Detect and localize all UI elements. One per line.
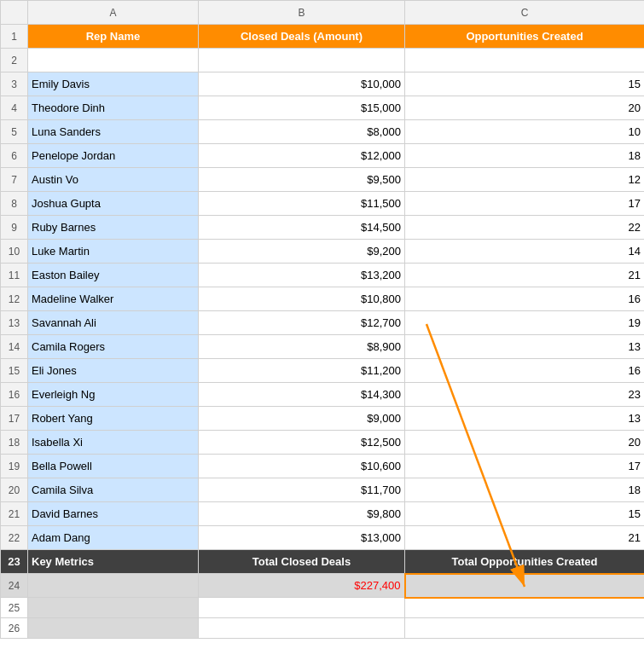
opps-cell: 21 bbox=[405, 526, 645, 550]
amount-cell: $14,500 bbox=[199, 216, 405, 240]
row-6-num: 6 bbox=[1, 144, 28, 168]
table-row: 22 Adam Dang $13,000 21 bbox=[1, 526, 645, 550]
col-b-header: B bbox=[199, 1, 405, 25]
row-25: 25 bbox=[1, 598, 645, 618]
opps-cell: 17 bbox=[405, 192, 645, 216]
main-table: A B C 1 Rep Name Closed Deals (Amount) O… bbox=[0, 0, 644, 639]
table-row: 12 Madeline Walker $10,800 16 bbox=[1, 287, 645, 311]
opps-cell: 12 bbox=[405, 168, 645, 192]
rep-name-cell: Savannah Ali bbox=[28, 311, 199, 335]
row-15-num: 15 bbox=[1, 359, 28, 383]
row-2-num: 2 bbox=[1, 49, 28, 72]
row-26-a bbox=[28, 618, 199, 639]
amount-cell: $9,800 bbox=[199, 502, 405, 526]
amount-cell: $9,000 bbox=[199, 407, 405, 431]
amount-cell: $11,500 bbox=[199, 192, 405, 216]
opps-cell: 17 bbox=[405, 455, 645, 478]
opps-cell: 20 bbox=[405, 96, 645, 120]
opps-cell: 18 bbox=[405, 144, 645, 168]
table-row: 10 Luke Martin $9,200 14 bbox=[1, 240, 645, 264]
table-row: 11 Easton Bailey $13,200 21 bbox=[1, 264, 645, 287]
table-row: 9 Ruby Barnes $14,500 22 bbox=[1, 216, 645, 240]
total-opps-cell[interactable] bbox=[405, 574, 645, 598]
table-row: 7 Austin Vo $9,500 12 bbox=[1, 168, 645, 192]
opps-cell: 21 bbox=[405, 264, 645, 287]
amount-cell: $12,000 bbox=[199, 144, 405, 168]
rep-name-cell: Theodore Dinh bbox=[28, 96, 199, 120]
rep-name-cell: Luke Martin bbox=[28, 240, 199, 264]
amount-cell: $8,900 bbox=[199, 335, 405, 359]
row-2-b bbox=[199, 49, 405, 72]
rep-name-cell: Camila Rogers bbox=[28, 335, 199, 359]
row-26-b bbox=[199, 618, 405, 639]
row-1-num: 1 bbox=[1, 25, 28, 49]
total-a-cell bbox=[28, 574, 199, 598]
spreadsheet-wrapper: A B C 1 Rep Name Closed Deals (Amount) O… bbox=[0, 0, 644, 672]
table-row: 14 Camila Rogers $8,900 13 bbox=[1, 335, 645, 359]
rep-name-cell: Adam Dang bbox=[28, 526, 199, 550]
row-25-a bbox=[28, 598, 199, 618]
rep-name-cell: Everleigh Ng bbox=[28, 383, 199, 407]
table-row: 3 Emily Davis $10,000 15 bbox=[1, 72, 645, 96]
amount-cell: $14,300 bbox=[199, 383, 405, 407]
amount-cell: $10,800 bbox=[199, 287, 405, 311]
row-18-num: 18 bbox=[1, 431, 28, 455]
closed-deals-header: Closed Deals (Amount) bbox=[199, 25, 405, 49]
opps-cell: 16 bbox=[405, 359, 645, 383]
row-7-num: 7 bbox=[1, 168, 28, 192]
rep-name-cell: Penelope Jordan bbox=[28, 144, 199, 168]
rep-name-cell: David Barnes bbox=[28, 502, 199, 526]
row-26-c bbox=[405, 618, 645, 639]
row-22-num: 22 bbox=[1, 526, 28, 550]
table-row: 19 Bella Powell $10,600 17 bbox=[1, 455, 645, 478]
row-9-num: 9 bbox=[1, 216, 28, 240]
opps-cell: 15 bbox=[405, 72, 645, 96]
amount-cell: $15,000 bbox=[199, 96, 405, 120]
opps-cell: 18 bbox=[405, 478, 645, 502]
row-21-num: 21 bbox=[1, 502, 28, 526]
row-25-num: 25 bbox=[1, 598, 28, 618]
table-row: 8 Joshua Gupta $11,500 17 bbox=[1, 192, 645, 216]
row-12-num: 12 bbox=[1, 287, 28, 311]
amount-cell: $10,600 bbox=[199, 455, 405, 478]
rep-name-cell: Robert Yang bbox=[28, 407, 199, 431]
opps-cell: 14 bbox=[405, 240, 645, 264]
row-2-a bbox=[28, 49, 199, 72]
table-row: 18 Isabella Xi $12,500 20 bbox=[1, 431, 645, 455]
opps-cell: 22 bbox=[405, 216, 645, 240]
row-20-num: 20 bbox=[1, 478, 28, 502]
rep-name-header: Rep Name bbox=[28, 25, 199, 49]
table-row: 6 Penelope Jordan $12,000 18 bbox=[1, 144, 645, 168]
amount-cell: $9,200 bbox=[199, 240, 405, 264]
rep-name-cell: Camila Silva bbox=[28, 478, 199, 502]
column-letters-row: A B C bbox=[1, 1, 645, 25]
rep-name-cell: Madeline Walker bbox=[28, 287, 199, 311]
opps-cell: 16 bbox=[405, 287, 645, 311]
key-metrics-label: Key Metrics bbox=[28, 550, 199, 574]
row-13-num: 13 bbox=[1, 311, 28, 335]
rep-name-cell: Ruby Barnes bbox=[28, 216, 199, 240]
table-row: 21 David Barnes $9,800 15 bbox=[1, 502, 645, 526]
row-4-num: 4 bbox=[1, 96, 28, 120]
row-25-c bbox=[405, 598, 645, 618]
amount-cell: $12,500 bbox=[199, 431, 405, 455]
header-row: 1 Rep Name Closed Deals (Amount) Opportu… bbox=[1, 25, 645, 49]
row-14-num: 14 bbox=[1, 335, 28, 359]
opps-cell: 20 bbox=[405, 431, 645, 455]
opps-cell: 15 bbox=[405, 502, 645, 526]
opps-cell: 13 bbox=[405, 407, 645, 431]
row-10-num: 10 bbox=[1, 240, 28, 264]
opps-created-header: Opportunities Created bbox=[405, 25, 645, 49]
amount-cell: $13,200 bbox=[199, 264, 405, 287]
total-amount-cell: $227,400 bbox=[199, 574, 405, 598]
col-c-header: C bbox=[405, 1, 645, 25]
rep-name-cell: Luna Sanders bbox=[28, 120, 199, 144]
opps-cell: 13 bbox=[405, 335, 645, 359]
row-26: 26 bbox=[1, 618, 645, 639]
row-17-num: 17 bbox=[1, 407, 28, 431]
totals-row: 24 $227,400 bbox=[1, 574, 645, 598]
row-2: 2 bbox=[1, 49, 645, 72]
row-25-b bbox=[199, 598, 405, 618]
table-row: 5 Luna Sanders $8,000 10 bbox=[1, 120, 645, 144]
rep-name-cell: Joshua Gupta bbox=[28, 192, 199, 216]
